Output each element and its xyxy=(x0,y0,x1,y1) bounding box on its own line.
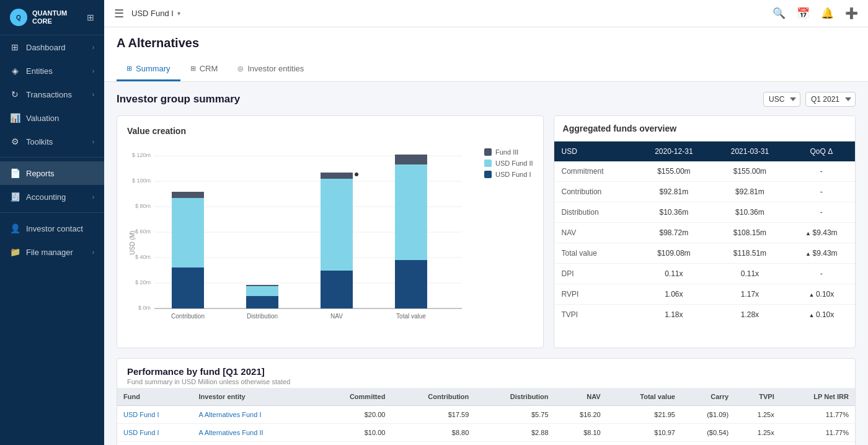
svg-text:$ 60m: $ 60m xyxy=(135,228,151,235)
perf-col-carry: Carry xyxy=(681,388,735,406)
perf-carry-2: ($0.27) xyxy=(681,442,735,446)
perf-subtitle: Fund summary in USD Million unless other… xyxy=(127,378,845,385)
chevron-icon: › xyxy=(92,194,94,200)
svg-text:Total value: Total value xyxy=(396,313,426,320)
investor-contact-icon: 👤 xyxy=(10,223,20,233)
tab-crm[interactable]: ⊞ CRM xyxy=(180,58,228,81)
agg-row-dpi-col1: 0.11x xyxy=(636,264,712,284)
agg-row-dpi-col2: 0.11x xyxy=(712,264,788,284)
perf-nav-0: $16.20 xyxy=(555,406,607,424)
agg-row-rvpi-col2: 1.17x xyxy=(712,284,788,305)
agg-row-nav-col1: $98.72m xyxy=(636,223,712,243)
agg-row-distribution-col2: $10.36m xyxy=(712,202,788,223)
tabs: ⊞ Summary ⊞ CRM ◎ Investor entities xyxy=(117,58,856,81)
perf-total-value-1: $10.97 xyxy=(607,424,681,442)
svg-text:$ 100m: $ 100m xyxy=(132,178,151,184)
perf-col-tvpi: TVPI xyxy=(735,388,781,406)
tab-investor-entities[interactable]: ◎ Investor entities xyxy=(228,58,314,81)
topbar-actions: 🔍 📅 🔔 ➕ xyxy=(773,7,858,20)
sidebar-item-accounting[interactable]: 🧾 Accounting › xyxy=(0,185,104,209)
perf-irr-1: 11.77% xyxy=(781,424,855,442)
bar-totalvalue-fund-iii xyxy=(395,155,427,164)
agg-row-commitment-delta: - xyxy=(788,161,855,182)
bell-icon[interactable]: 🔔 xyxy=(821,7,834,20)
sidebar-item-investor-contact[interactable]: 👤 Investor contact xyxy=(0,217,104,240)
search-icon[interactable]: 🔍 xyxy=(773,7,786,20)
perf-carry-1: ($0.54) xyxy=(681,424,735,442)
bar-contribution-fund-ii xyxy=(172,198,204,267)
agg-row-distribution-delta: - xyxy=(788,202,855,223)
perf-entity-link-1[interactable]: A Alternatives Fund II xyxy=(199,429,264,436)
period-select[interactable]: Q1 2021 Q4 2020 Q3 2020 xyxy=(805,92,856,107)
perf-title: Performance by fund [Q1 2021] xyxy=(127,366,845,377)
perf-committed-2: $5.00 xyxy=(316,442,392,446)
table-row: Total value $109.08m $118.51m $9.43m xyxy=(554,243,855,264)
sidebar-item-transactions[interactable]: ↻ Transactions › xyxy=(0,83,104,106)
perf-irr-0: 11.77% xyxy=(781,406,855,424)
sidebar-item-entities[interactable]: ◈ Entities › xyxy=(0,59,104,83)
bar-totalvalue-fund-ii xyxy=(395,164,427,260)
perf-tvpi-2: 1.25x xyxy=(735,442,781,446)
tab-crm-icon: ⊞ xyxy=(190,65,196,73)
perf-col-total-value: Total value xyxy=(607,388,681,406)
agg-row-distribution-col1: $10.36m xyxy=(636,202,712,223)
sidebar-item-label: File manager xyxy=(26,248,73,257)
perf-irr-2: 11.77% xyxy=(781,442,855,446)
chevron-icon: › xyxy=(92,44,94,51)
agg-row-contribution-delta: - xyxy=(788,182,855,202)
svg-text:$ 120m: $ 120m xyxy=(132,152,151,158)
table-row: Distribution $10.36m $10.36m - xyxy=(554,202,855,223)
sidebar-item-toolkits[interactable]: ⚙ Toolkits › xyxy=(0,130,104,153)
sidebar-item-dashboard[interactable]: ⊞ Dashboard › xyxy=(0,35,104,59)
perf-entity-link-0[interactable]: A Alternatives Fund I xyxy=(199,411,262,418)
svg-text:Distribution: Distribution xyxy=(247,313,278,320)
bar-contribution-fund-i xyxy=(172,267,204,308)
topbar: ☰ USD Fund I ▾ 🔍 📅 🔔 ➕ xyxy=(104,0,868,27)
aggregated-funds-panel: Aggregated funds overview USD 2020-12-31… xyxy=(554,115,856,348)
main-content: A Alternatives ⊞ Summary ⊞ CRM ◎ Investo… xyxy=(104,27,868,445)
svg-text:$ 80m: $ 80m xyxy=(135,203,151,209)
currency-select[interactable]: USC USD EUR xyxy=(763,92,800,107)
agg-row-totalvalue-label: Total value xyxy=(554,243,636,264)
agg-row-dpi-delta: - xyxy=(788,264,855,284)
perf-distribution-2: $1.44 xyxy=(475,442,554,446)
chevron-icon: › xyxy=(92,138,94,145)
perf-nav-2: $4.05 xyxy=(555,442,607,446)
tab-summary[interactable]: ⊞ Summary xyxy=(117,58,180,81)
perf-table: Fund Investor entity Committed Contribut… xyxy=(117,388,855,445)
sidebar-logo: Q QUANTUMCORE ⊞ xyxy=(0,0,104,35)
accounting-icon: 🧾 xyxy=(10,192,20,202)
bar-distribution-fund-ii xyxy=(246,286,278,296)
table-row: Commitment $155.00m $155.00m - xyxy=(554,161,855,182)
agg-row-rvpi-delta: 0.10x xyxy=(788,284,855,305)
legend-color-usd-fund-i xyxy=(484,171,492,178)
sidebar-item-label: Reports xyxy=(26,169,55,178)
fund-selector[interactable]: USD Fund I ▾ xyxy=(131,9,180,18)
perf-contribution-0: $17.59 xyxy=(391,406,475,424)
dashboard-icon: ⊞ xyxy=(10,42,20,52)
legend-usd-fund-i: USD Fund I xyxy=(484,171,533,178)
sidebar-item-label: Accounting xyxy=(26,192,66,202)
perf-col-nav: NAV xyxy=(555,388,607,406)
svg-text:$ 40m: $ 40m xyxy=(135,254,151,260)
sidebar-item-file-manager[interactable]: 📁 File manager › xyxy=(0,240,104,264)
table-row: DPI 0.11x 0.11x - xyxy=(554,264,855,284)
sidebar-item-reports[interactable]: 📄 Reports xyxy=(0,161,104,185)
page-header: A Alternatives ⊞ Summary ⊞ CRM ◎ Investo… xyxy=(104,27,868,82)
perf-contribution-1: $8.80 xyxy=(391,424,475,442)
perf-fund-link-0[interactable]: USD Fund I xyxy=(123,411,159,418)
sidebar-item-label: Investor contact xyxy=(26,224,83,233)
bar-contribution-fund-iii xyxy=(172,192,204,198)
grid-icon[interactable]: ⊞ xyxy=(87,12,94,22)
hamburger-icon[interactable]: ☰ xyxy=(114,7,124,20)
perf-fund-link-1[interactable]: USD Fund I xyxy=(123,429,159,436)
legend-color-usd-fund-ii xyxy=(484,160,492,167)
perf-committed-0: $20.00 xyxy=(316,406,392,424)
valuation-icon: 📊 xyxy=(10,113,20,123)
sidebar-item-valuation[interactable]: 📊 Valuation xyxy=(0,106,104,130)
plus-icon[interactable]: ➕ xyxy=(845,7,858,20)
agg-col-2020: 2020-12-31 xyxy=(636,142,712,161)
chart-title: Value creation xyxy=(127,126,533,136)
calendar-icon[interactable]: 📅 xyxy=(797,7,810,20)
agg-row-totalvalue-delta: $9.43m xyxy=(788,243,855,264)
